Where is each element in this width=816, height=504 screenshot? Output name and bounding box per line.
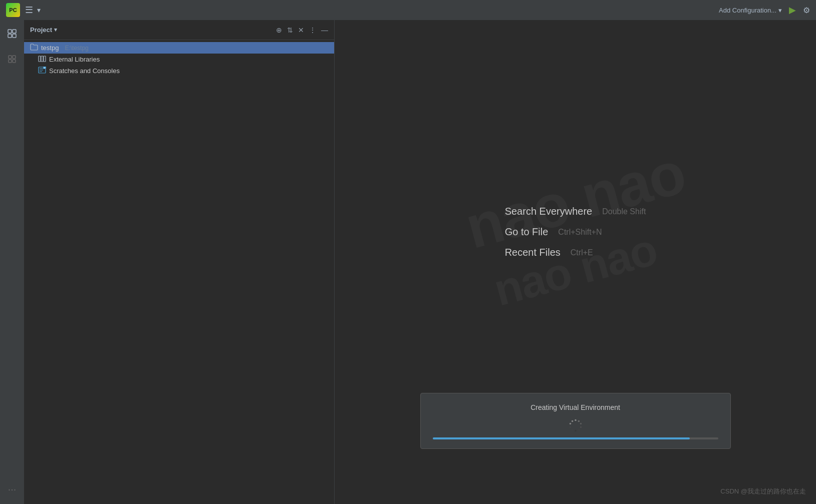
external-libraries-label: External Libraries (49, 56, 100, 63)
sidebar-minimize-btn[interactable]: — (321, 26, 328, 34)
progress-bar-fill (433, 437, 690, 439)
svg-point-18 (578, 420, 580, 422)
quick-access-panel: Search Everywhere Double Shift Go to Fil… (505, 206, 646, 318)
svg-point-23 (571, 429, 573, 431)
sidebar-actions: ⊕ ⇅ ✕ ⋮ — (276, 26, 328, 34)
spinner-container (433, 418, 718, 432)
sidebar-title: Project ▾ (30, 26, 276, 34)
svg-point-21 (578, 429, 580, 431)
svg-point-19 (580, 423, 582, 425)
svg-point-17 (575, 419, 577, 421)
svg-point-22 (575, 430, 577, 432)
project-tree: testpg E:\testpg External Libraries (24, 40, 334, 79)
sidebar-header: Project ▾ ⊕ ⇅ ✕ ⋮ — (24, 20, 334, 40)
activity-icon-project[interactable] (3, 24, 21, 42)
hamburger-menu[interactable]: ☰ (25, 5, 33, 16)
activity-icon-more[interactable]: ··· (3, 480, 21, 498)
search-everywhere-item[interactable]: Search Everywhere Double Shift (505, 206, 646, 217)
app-logo: PC (6, 3, 20, 17)
project-label: Project (30, 26, 52, 34)
root-path: E:\testpg (65, 45, 88, 52)
svg-rect-1 (13, 30, 16, 33)
bottom-watermark: CSDN @我走过的路你也在走 (720, 487, 806, 496)
recent-files-label: Recent Files (505, 247, 561, 258)
go-to-file-shortcut: Ctrl+Shift+N (558, 228, 602, 237)
editor-area: nao nao nao nao Search Everywhere Double… (335, 20, 816, 504)
recent-files-shortcut: Ctrl+E (571, 248, 593, 257)
activity-icon-plugins[interactable] (3, 50, 21, 68)
root-name: testpg (41, 44, 59, 52)
svg-rect-4 (9, 56, 12, 59)
svg-rect-9 (41, 56, 43, 62)
settings-button[interactable]: ⚙ (803, 6, 810, 15)
svg-point-25 (569, 423, 571, 425)
project-dropdown-arrow[interactable]: ▾ (54, 27, 57, 33)
scratches-label: Scratches and Consoles (49, 67, 120, 75)
activity-bar: ··· (0, 20, 24, 504)
sidebar-expand-btn[interactable]: ⇅ (287, 26, 293, 34)
svg-point-24 (569, 426, 571, 428)
sidebar-more-btn[interactable]: ⋮ (309, 26, 316, 34)
svg-point-26 (571, 420, 573, 422)
config-dropdown-arrow: ▾ (778, 7, 782, 14)
tree-item-root[interactable]: testpg E:\testpg (24, 42, 334, 54)
svg-rect-6 (9, 60, 12, 63)
run-button[interactable]: ▶ (789, 5, 796, 16)
loading-spinner (569, 418, 583, 432)
svg-rect-8 (39, 56, 41, 62)
scratches-icon: 0 (38, 67, 46, 75)
progress-bar-track (433, 437, 718, 439)
svg-rect-5 (13, 56, 16, 59)
svg-rect-0 (8, 30, 12, 33)
recent-files-item[interactable]: Recent Files Ctrl+E (505, 247, 593, 258)
main-layout: ··· Project ▾ ⊕ ⇅ ✕ ⋮ — (0, 20, 816, 504)
svg-rect-7 (13, 60, 16, 63)
svg-rect-10 (44, 56, 46, 62)
folder-icon (30, 44, 38, 52)
library-icon (38, 55, 46, 64)
svg-point-20 (580, 426, 582, 428)
sidebar-close-btn[interactable]: ✕ (298, 26, 304, 34)
add-configuration[interactable]: Add Configuration... ▾ (719, 7, 782, 14)
go-to-file-item[interactable]: Go to File Ctrl+Shift+N (505, 226, 602, 238)
svg-rect-3 (13, 34, 16, 38)
go-to-file-label: Go to File (505, 226, 549, 238)
tree-item-external-libraries[interactable]: External Libraries (24, 54, 334, 65)
svg-rect-2 (8, 34, 12, 38)
sidebar-add-btn[interactable]: ⊕ (276, 26, 282, 34)
title-dropdown-arrow[interactable]: ▾ (37, 6, 41, 14)
titlebar-right: Add Configuration... ▾ ▶ ⚙ (719, 5, 810, 16)
creating-venv-title: Creating Virtual Environment (433, 403, 718, 411)
sidebar: Project ▾ ⊕ ⇅ ✕ ⋮ — testpg E:\testpg (24, 20, 335, 504)
search-everywhere-label: Search Everywhere (505, 206, 593, 217)
titlebar: PC ☰ ▾ Add Configuration... ▾ ▶ ⚙ (0, 0, 816, 20)
creating-venv-dialog: Creating Virtual Environment (420, 393, 731, 449)
tree-item-scratches[interactable]: 0 Scratches and Consoles (24, 65, 334, 77)
search-everywhere-shortcut: Double Shift (602, 207, 646, 216)
